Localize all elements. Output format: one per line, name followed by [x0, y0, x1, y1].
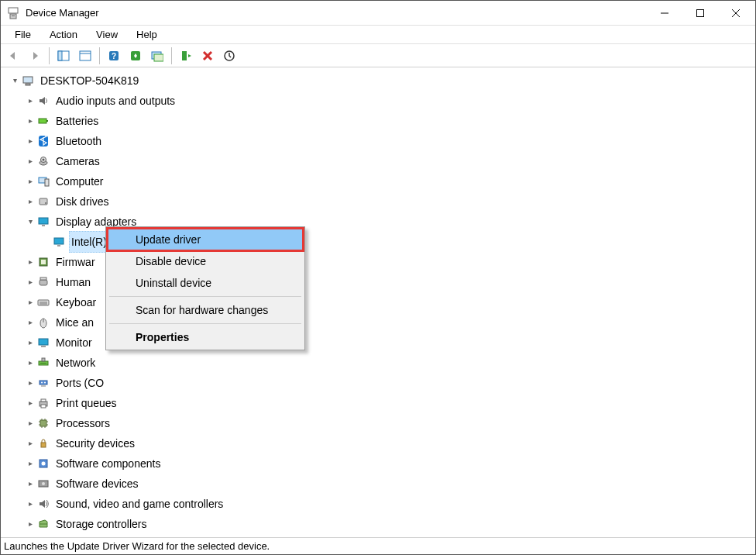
ctx-uninstall-device[interactable]: Uninstall device: [108, 272, 303, 294]
tree-category-cameras[interactable]: ▸Cameras: [24, 151, 755, 171]
tree-category-security[interactable]: ▸Security devices: [24, 433, 755, 453]
chevron-right-icon[interactable]: ▸: [24, 95, 36, 107]
tree-category-swcomp[interactable]: ▸Software components: [24, 453, 755, 474]
tree-category-swdev[interactable]: ▸Software devices: [24, 474, 755, 494]
tree-category-bluetooth[interactable]: ▸Bluetooth: [24, 131, 755, 151]
chevron-right-icon[interactable]: ▸: [24, 377, 36, 389]
display-icon: [36, 215, 50, 229]
chevron-right-icon[interactable]: ▸: [24, 417, 36, 429]
tree-node-label: Firmwar: [53, 251, 98, 273]
toolbar-help-button[interactable]: ?: [104, 46, 124, 66]
battery-icon: [36, 114, 50, 128]
chevron-right-icon[interactable]: ▸: [24, 518, 36, 530]
toolbar-properties-pane-button[interactable]: [75, 46, 95, 66]
svg-rect-8: [58, 51, 62, 60]
toolbar-view-button[interactable]: [147, 46, 167, 66]
tree-category-sound[interactable]: ▸Sound, video and game controllers: [24, 494, 755, 514]
toolbar-show-tree-button[interactable]: [53, 46, 74, 66]
tree-node-label: Batteries: [53, 110, 101, 132]
svg-rect-2: [12, 16, 15, 16]
tree-node-label: Processors: [53, 412, 112, 434]
network-icon: [36, 356, 50, 370]
toolbar-scan-button[interactable]: [219, 46, 239, 66]
tree-node-label: Mice an: [53, 312, 96, 333]
toolbar-update-driver-button[interactable]: [176, 46, 196, 66]
chevron-right-icon[interactable]: ▸: [24, 357, 36, 369]
chevron-right-icon[interactable]: ▸: [24, 256, 36, 268]
chevron-right-icon[interactable]: ▸: [24, 397, 36, 409]
ctx-disable-device[interactable]: Disable device: [108, 250, 303, 272]
svg-rect-37: [41, 260, 46, 264]
security-icon: [36, 436, 50, 450]
ctx-properties[interactable]: Properties: [108, 326, 303, 348]
svg-rect-15: [154, 54, 163, 61]
toolbar-forward-button[interactable]: [25, 46, 45, 66]
chevron-right-icon[interactable]: ▸: [24, 437, 36, 450]
svg-rect-55: [41, 399, 46, 402]
ctx-update-driver[interactable]: Update driver: [108, 229, 303, 250]
svg-rect-29: [45, 179, 49, 186]
svg-rect-9: [80, 51, 91, 60]
tree-category-printq[interactable]: ▸Print queues: [24, 393, 755, 413]
tree-node-label: Keyboar: [53, 291, 98, 313]
toolbar-back-button[interactable]: [3, 46, 23, 66]
toolbar-action-button[interactable]: [125, 46, 146, 66]
svg-rect-56: [41, 405, 46, 408]
tree-category-batteries[interactable]: ▸Batteries: [24, 111, 755, 131]
menu-action[interactable]: Action: [42, 27, 85, 42]
toolbar: ?: [1, 44, 755, 67]
camera-icon: [36, 154, 50, 168]
menu-help[interactable]: Help: [129, 27, 165, 42]
speaker-icon: [36, 94, 50, 108]
toolbar-uninstall-button[interactable]: [198, 46, 218, 66]
chevron-right-icon[interactable]: ▸: [24, 175, 36, 188]
tree-category-computer[interactable]: ▸Computer: [24, 171, 755, 191]
tree-node-label: Audio inputs and outputs: [53, 90, 177, 112]
chevron-right-icon[interactable]: ▸: [24, 498, 36, 510]
tree-category-disk[interactable]: ▸Disk drives: [24, 191, 755, 212]
tree-node-label: Software devices: [53, 473, 141, 495]
tree-node-label: System devices: [53, 533, 134, 537]
menu-file[interactable]: File: [7, 27, 39, 42]
printer-icon: [36, 396, 50, 410]
tree-node-label: Network: [53, 352, 98, 374]
tree-node-label: Print queues: [53, 392, 119, 414]
tree-node-label: Security devices: [53, 433, 137, 454]
chevron-right-icon[interactable]: ▸: [24, 457, 36, 470]
monitor-icon: [36, 336, 50, 350]
tree-category-ports[interactable]: ▸Ports (CO: [24, 373, 755, 393]
tree-category-sysdev[interactable]: ▸System devices: [24, 534, 755, 537]
svg-point-31: [45, 202, 46, 204]
svg-rect-35: [57, 245, 60, 246]
svg-rect-21: [26, 84, 30, 85]
tree-category-processors[interactable]: ▸Processors: [24, 413, 755, 433]
chevron-down-icon[interactable]: ▾: [24, 215, 36, 228]
menu-view[interactable]: View: [88, 27, 125, 42]
chevron-right-icon[interactable]: ▸: [24, 115, 36, 127]
chevron-right-icon[interactable]: ▸: [24, 296, 36, 309]
tree-category-storagectrl[interactable]: ▸Storage controllers: [24, 514, 755, 534]
tree-category-network[interactable]: ▸Network: [24, 353, 755, 373]
chevron-right-icon[interactable]: ▸: [24, 276, 36, 288]
minimize-button[interactable]: [647, 1, 682, 26]
hid-icon: [36, 275, 50, 289]
statusbar: Launches the Update Driver Wizard for th…: [1, 537, 755, 554]
chevron-right-icon[interactable]: ▸: [24, 155, 36, 167]
chevron-right-icon[interactable]: ▸: [24, 477, 36, 490]
tree-root-node[interactable]: ▾DESKTOP-504K819: [9, 71, 755, 91]
chevron-right-icon[interactable]: ▸: [24, 336, 36, 349]
ctx-scan-hardware[interactable]: Scan for hardware changes: [108, 299, 303, 321]
maximize-button[interactable]: [682, 1, 718, 26]
close-button[interactable]: [718, 1, 754, 26]
chevron-right-icon[interactable]: ▸: [24, 135, 36, 147]
svg-rect-0: [9, 8, 18, 13]
svg-point-68: [42, 462, 46, 466]
tree-category-audio[interactable]: ▸Audio inputs and outputs: [24, 91, 755, 111]
svg-rect-39: [40, 278, 46, 280]
chevron-down-icon[interactable]: ▾: [9, 74, 21, 87]
chevron-right-icon[interactable]: ▸: [24, 195, 36, 208]
chevron-right-icon[interactable]: ▸: [24, 316, 36, 329]
ctx-separator: [109, 323, 301, 324]
swcomp-icon: [36, 457, 50, 471]
sound-icon: [36, 497, 50, 511]
